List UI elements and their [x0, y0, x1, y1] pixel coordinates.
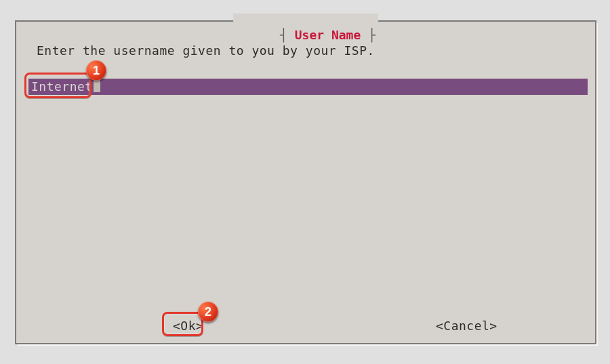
dialog-prompt: Enter the username given to you by your …	[37, 43, 375, 58]
text-cursor	[94, 79, 100, 92]
cancel-button[interactable]: <Cancel>	[434, 319, 499, 333]
dialog-panel: ┤ User Name ├ Enter the username given t…	[15, 20, 596, 344]
username-input-text: Internet	[31, 79, 100, 95]
username-input[interactable]: Internet	[28, 79, 588, 95]
ok-button[interactable]: <Ok>	[171, 319, 205, 333]
username-input-bg	[28, 79, 588, 95]
username-input-value: Internet	[31, 79, 93, 94]
dialog-title: User Name	[295, 28, 361, 42]
title-bracket-left: ┤	[280, 28, 295, 42]
title-bracket-right: ├	[361, 28, 375, 42]
